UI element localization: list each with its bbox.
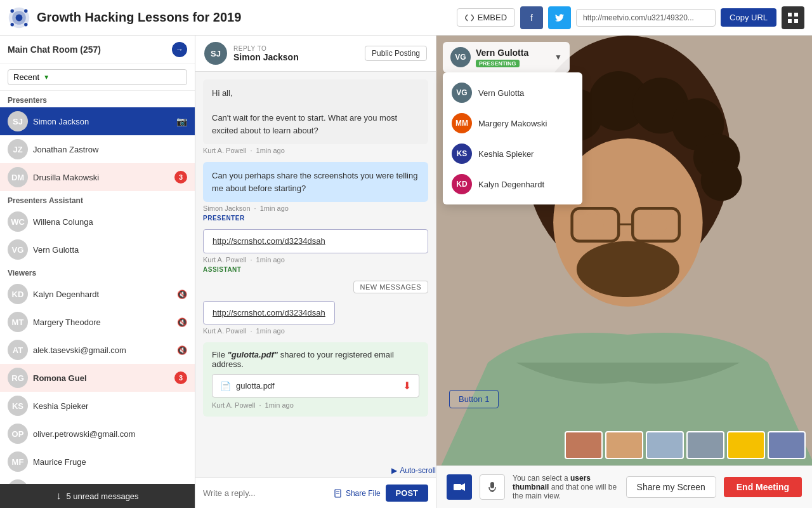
message-link[interactable]: http://scrnshot.com/d3234dsah bbox=[203, 229, 428, 253]
thumbnail-hint: You can select a users thumbnail and tha… bbox=[513, 474, 619, 500]
message-time: 1min ago bbox=[256, 327, 285, 335]
sidebar-item-vern-gulotta[interactable]: VG Vern Gulotta bbox=[0, 236, 195, 264]
video-thumbnails bbox=[565, 431, 806, 459]
post-button[interactable]: POST bbox=[386, 485, 428, 502]
message-link[interactable]: http://scrnshot.com/d3234dsah bbox=[203, 301, 335, 325]
chat-messages: Hi all,Can't wait for the event to start… bbox=[195, 72, 436, 464]
participant-name: Simon Jackson bbox=[33, 117, 171, 126]
sidebar-item-simon-jackson[interactable]: SJ Simon Jackson 📷 bbox=[0, 107, 195, 135]
unread-messages-bar[interactable]: ↓ 5 unread messages bbox=[0, 484, 195, 508]
chat-panel: SJ REPLY TO Simon Jackson Public Posting… bbox=[195, 36, 436, 508]
presenter-dropdown: VG Vern Gulotta PRESENTING ▼ VG Vern Gul… bbox=[443, 42, 570, 72]
dropdown-item-margery[interactable]: MM Margery Makowski bbox=[443, 108, 582, 138]
avatar: JZ bbox=[8, 139, 28, 159]
thumbnail-2[interactable] bbox=[605, 431, 643, 459]
unread-count-label: 5 unread messages bbox=[66, 491, 138, 501]
chat-header: SJ REPLY TO Simon Jackson Public Posting bbox=[195, 36, 436, 72]
thumbnail-3[interactable] bbox=[646, 431, 684, 459]
header: Growth Hacking Lessons for 2019 EMBED f … bbox=[0, 0, 812, 36]
svg-rect-31 bbox=[454, 484, 461, 490]
dropdown-avatar: VG bbox=[452, 83, 472, 103]
button1[interactable]: Button 1 bbox=[449, 390, 499, 408]
sidebar-item-alek[interactable]: AT alek.tasevski@gmail.com 🔇 bbox=[0, 336, 195, 364]
dropdown-name: Kalyn Degenhardt bbox=[478, 180, 544, 189]
svg-point-30 bbox=[701, 160, 742, 201]
copy-url-button[interactable]: Copy URL bbox=[721, 8, 776, 27]
grid-view-button[interactable] bbox=[782, 6, 804, 29]
sidebar-item-willena-colunga[interactable]: WC Willena Colunga bbox=[0, 208, 195, 236]
svg-point-4 bbox=[24, 9, 27, 12]
twitter-share-button[interactable] bbox=[548, 6, 571, 29]
camera-toggle-button[interactable] bbox=[447, 474, 472, 500]
thumbnail-4[interactable] bbox=[686, 431, 724, 459]
file-message-text: File "gulotta.pdf" shared to your regist… bbox=[212, 350, 419, 369]
camera-icon: 📷 bbox=[176, 116, 187, 126]
sidebar-item-keshia-spieker[interactable]: KS Keshia Spieker bbox=[0, 392, 195, 420]
presenter-select-button[interactable]: VG Vern Gulotta PRESENTING ▼ bbox=[443, 42, 570, 72]
chat-message-1: Hi all,Can't wait for the event to start… bbox=[203, 79, 428, 154]
sidebar-item-kalyn-degenhardt[interactable]: KD Kalyn Degenhardt 🔇 bbox=[0, 280, 195, 308]
svg-rect-9 bbox=[788, 19, 792, 23]
autoscroll-button[interactable]: ▶ Auto-scroll bbox=[391, 466, 436, 475]
chat-footer: Share File POST bbox=[195, 478, 436, 508]
share-file-button[interactable]: Share File bbox=[334, 489, 381, 498]
sidebar-item-romona-guel[interactable]: RG Romona Guel 3 bbox=[0, 364, 195, 392]
autoscroll-row: ▶ Auto-scroll bbox=[195, 464, 436, 478]
svg-rect-7 bbox=[788, 13, 792, 17]
presenter-avatar: VG bbox=[450, 47, 471, 67]
sidebar-item-tiffany-houchins[interactable]: TH Tiffany Houchins bbox=[0, 476, 195, 484]
embed-button[interactable]: EMBED bbox=[457, 8, 515, 27]
file-attachment[interactable]: 📄 gulotta.pdf ⬇ bbox=[212, 374, 419, 398]
participant-name: Willena Colunga bbox=[33, 217, 187, 227]
message-bubble: Hi all,Can't wait for the event to start… bbox=[203, 79, 428, 144]
chat-message-5: File "gulotta.pdf" shared to your regist… bbox=[203, 342, 428, 417]
thumbnail-6[interactable] bbox=[768, 431, 806, 459]
dropdown-item-vern[interactable]: VG Vern Gulotta bbox=[443, 77, 582, 108]
sidebar-toggle-button[interactable]: → bbox=[172, 42, 187, 57]
dropdown-arrow-icon: ▼ bbox=[554, 53, 562, 62]
message-time: 1min ago bbox=[260, 204, 289, 212]
end-meeting-button[interactable]: End Meeting bbox=[724, 477, 802, 497]
message-time: 1min ago bbox=[256, 256, 285, 264]
chat-message-4: http://scrnshot.com/d3234dsah Kurt A. Po… bbox=[203, 301, 428, 335]
dropdown-item-kalyn[interactable]: KD Kalyn Degenhardt bbox=[443, 169, 582, 199]
participant-name: Romona Guel bbox=[33, 373, 169, 383]
filename-label: gulotta.pdf bbox=[236, 381, 275, 391]
participant-name: Vern Gulotta bbox=[33, 245, 187, 255]
embed-label: EMBED bbox=[478, 13, 507, 22]
meeting-url-input[interactable] bbox=[576, 9, 716, 27]
message-author: Simon Jackson bbox=[203, 204, 251, 212]
presenters-assistant-section-label: Presenters Assistant bbox=[0, 191, 195, 208]
sidebar-item-drusilla-makowski[interactable]: DM Drusilla Makowski 3 bbox=[0, 163, 195, 191]
reply-to-label: REPLY TO bbox=[233, 45, 358, 52]
filter-dropdown[interactable]: Recent ▼ bbox=[8, 69, 187, 85]
sidebar-item-oliver[interactable]: OP oliver.petrowski@gmail.com bbox=[0, 420, 195, 448]
svg-rect-8 bbox=[794, 13, 798, 17]
participant-name: Keshia Spieker bbox=[33, 401, 187, 411]
file-icon bbox=[334, 489, 343, 498]
thumbnail-5[interactable] bbox=[727, 431, 765, 459]
chat-reply-input[interactable] bbox=[203, 488, 329, 498]
message-author: Kurt A. Powell bbox=[212, 401, 255, 409]
autoscroll-label: Auto-scroll bbox=[400, 466, 436, 475]
facebook-share-button[interactable]: f bbox=[520, 6, 543, 29]
dropdown-item-keshia[interactable]: KS Keshia Spieker bbox=[443, 138, 582, 169]
chat-input-row: Share File POST bbox=[203, 485, 428, 502]
video-panel: VG Vern Gulotta PRESENTING ▼ VG Vern Gul… bbox=[436, 36, 812, 508]
mute-icon: 🔇 bbox=[177, 345, 187, 355]
sidebar-item-jonathan-zastrow[interactable]: JZ Jonathan Zastrow bbox=[0, 135, 195, 163]
mic-toggle-button[interactable] bbox=[480, 474, 505, 500]
public-posting-button[interactable]: Public Posting bbox=[365, 46, 427, 61]
unread-badge: 3 bbox=[174, 171, 187, 184]
share-screen-button[interactable]: Share my Screen bbox=[626, 476, 716, 498]
sidebar-item-maurice-fruge[interactable]: MF Maurice Fruge bbox=[0, 448, 195, 476]
sidebar-item-margery-theodore[interactable]: MT Margery Theodore 🔇 bbox=[0, 308, 195, 336]
thumbnail-1[interactable] bbox=[565, 431, 603, 459]
play-icon: ▶ bbox=[391, 466, 397, 475]
svg-point-21 bbox=[645, 213, 667, 236]
presenter-name: Vern Gulotta bbox=[476, 48, 549, 58]
dropdown-name: Vern Gulotta bbox=[478, 88, 524, 98]
dropdown-avatar: MM bbox=[452, 113, 472, 133]
download-icon[interactable]: ⬇ bbox=[403, 380, 411, 392]
avatar: DM bbox=[8, 167, 28, 187]
